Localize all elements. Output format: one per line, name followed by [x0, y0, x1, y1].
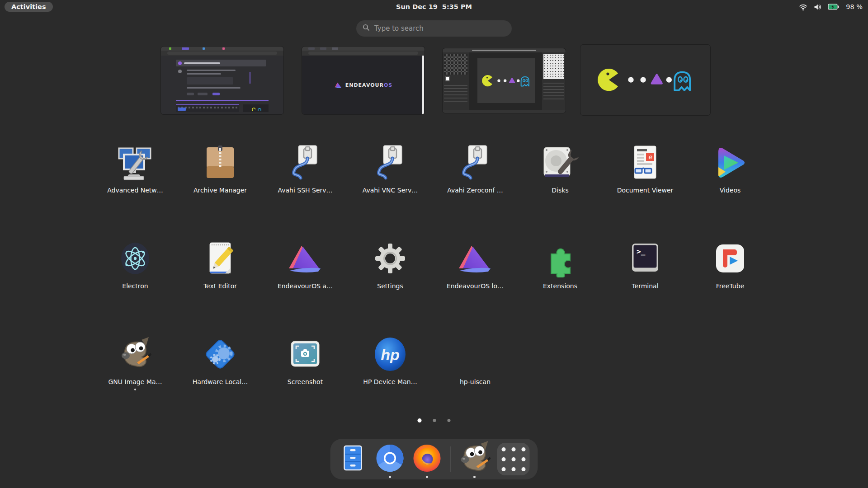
- dock-item-gimp[interactable]: [460, 445, 489, 474]
- text-line: [187, 73, 221, 75]
- text-line: [187, 70, 236, 71]
- color-swatch: [445, 76, 450, 81]
- avahi-icon: [286, 144, 324, 182]
- tab: [320, 47, 326, 50]
- app-electron[interactable]: Electron: [101, 239, 169, 335]
- app-text-editor[interactable]: Text Editor: [186, 239, 254, 335]
- grid-dot: [521, 467, 525, 471]
- app-gnu-image-manipulation[interactable]: GNU Image Ma…: [101, 335, 169, 431]
- app-label: Avahi Zeroconf …: [447, 187, 503, 194]
- svg-text:>_: >_: [637, 247, 646, 256]
- running-indicator-dot: [134, 389, 136, 390]
- app-label: EndeavourOS lo…: [447, 282, 504, 290]
- dock-item-files[interactable]: [339, 445, 368, 474]
- battery-charging-icon: [828, 3, 840, 10]
- app-archive-manager[interactable]: Archive Manager: [186, 144, 254, 239]
- endeavouros-icon: [286, 239, 324, 277]
- activities-button[interactable]: Activities: [5, 2, 53, 12]
- app-label: hp-uiscan: [460, 378, 491, 385]
- app-label: Disks: [552, 187, 568, 194]
- archive-icon: [201, 144, 239, 182]
- app-avahi-zeroconf-browser[interactable]: Avahi Zeroconf …: [441, 144, 509, 239]
- window-thumbnail-gimp[interactable]: [443, 48, 566, 113]
- urlbar: [167, 52, 277, 55]
- thumbnail-navbar: [161, 51, 283, 56]
- pacman-image: [477, 58, 534, 103]
- volume-icon: [813, 3, 822, 11]
- top-bar: Activities Sun Dec 19 5:35 PM: [0, 0, 868, 14]
- grid-dot: [511, 447, 515, 451]
- app-endeavouros-log[interactable]: EndeavourOS lo…: [441, 239, 509, 335]
- editor-toolbar: [178, 107, 238, 108]
- search-bar[interactable]: [356, 20, 512, 37]
- app-avahi-vnc-server-browser[interactable]: Avahi VNC Serv…: [356, 144, 424, 239]
- dock-item-firefox[interactable]: [413, 445, 442, 474]
- app-extensions[interactable]: Extensions: [526, 239, 594, 335]
- videos-icon: [711, 144, 749, 182]
- show-apps-button[interactable]: [497, 443, 530, 475]
- electron-icon: [116, 239, 154, 277]
- dock-item-chromium[interactable]: [376, 445, 405, 474]
- gimp-toolbox-panel: [443, 52, 469, 110]
- window-thumbnail-browser-forum[interactable]: [161, 47, 283, 114]
- title-text-bar: [472, 50, 536, 51]
- app-label: Text Editor: [203, 282, 237, 290]
- page-dot-1[interactable]: [418, 418, 422, 422]
- window-thumbnail-browser-endeavouros[interactable]: ENDEAVOUROS: [302, 47, 425, 114]
- extensions-icon: [541, 239, 579, 277]
- app-label: Extensions: [543, 282, 577, 290]
- gimp-canvas: [469, 52, 542, 110]
- page-indicator: [418, 418, 451, 422]
- dock: [330, 439, 538, 479]
- app-label: Advanced Netw…: [107, 187, 163, 194]
- app-hardware-locality[interactable]: Hardware Local…: [186, 335, 254, 431]
- system-tray[interactable]: 98 %: [799, 0, 863, 14]
- app-videos[interactable]: Videos: [696, 144, 764, 239]
- grid-dot: [521, 447, 525, 451]
- app-disks[interactable]: Disks: [526, 144, 594, 239]
- app-label: Screenshot: [288, 378, 323, 385]
- tab: [308, 47, 315, 50]
- search-input[interactable]: [374, 24, 505, 33]
- app-terminal[interactable]: >_ Terminal: [611, 239, 679, 335]
- app-avahi-ssh-server-browser[interactable]: Avahi SSH Serv…: [271, 144, 339, 239]
- forum-logo: [178, 61, 182, 65]
- window-thumbnail-image-viewer[interactable]: [580, 45, 710, 115]
- app-advanced-network-configuration[interactable]: Advanced Netw…: [101, 144, 169, 239]
- scrollbar: [422, 56, 424, 114]
- tab-favicon: [222, 47, 225, 50]
- endeavouros-logo-icon: [334, 81, 342, 89]
- app-endeavouros-apps[interactable]: EndeavourOS a…: [271, 239, 339, 335]
- files-icon: [339, 444, 368, 474]
- urlbar: [308, 52, 418, 55]
- app-document-viewer[interactable]: e Document Viewer: [611, 144, 679, 239]
- reply-chip: [187, 93, 194, 95]
- dock-separator: [451, 446, 451, 472]
- grid-dot: [521, 457, 525, 461]
- app-settings[interactable]: Settings: [356, 239, 424, 335]
- clock-time: 5:35 PM: [442, 3, 472, 10]
- search-icon: [363, 24, 370, 33]
- grid-dot: [501, 457, 505, 461]
- app-freetube[interactable]: FreeTube: [696, 239, 764, 335]
- clock[interactable]: Sun Dec 19 5:35 PM: [396, 0, 472, 14]
- page-dot-2[interactable]: [433, 419, 436, 422]
- app-hp-uiscan[interactable]: hp-uiscan: [441, 335, 509, 431]
- text-editor-icon: [201, 239, 239, 277]
- app-hp-device-manager[interactable]: hp HP Device Man…: [356, 335, 424, 431]
- screenshot-icon: [286, 335, 324, 373]
- app-label: EndeavourOS a…: [278, 282, 333, 290]
- reply-chip: [198, 93, 208, 95]
- wifi-icon: [799, 3, 807, 11]
- disks-icon: [541, 144, 579, 182]
- network-config-icon: [116, 144, 154, 182]
- avatar: [178, 70, 182, 73]
- firefox-icon: [413, 444, 442, 474]
- topic-title-bar: [184, 62, 220, 64]
- app-label: Avahi SSH Serv…: [278, 187, 332, 194]
- freetube-icon: [711, 239, 749, 277]
- app-screenshot[interactable]: Screenshot: [271, 335, 339, 431]
- gimp-icon: [116, 335, 154, 373]
- page-dot-3[interactable]: [448, 419, 451, 422]
- app-grid: Advanced Netw… Archive Manager Avahi SSH…: [101, 144, 766, 431]
